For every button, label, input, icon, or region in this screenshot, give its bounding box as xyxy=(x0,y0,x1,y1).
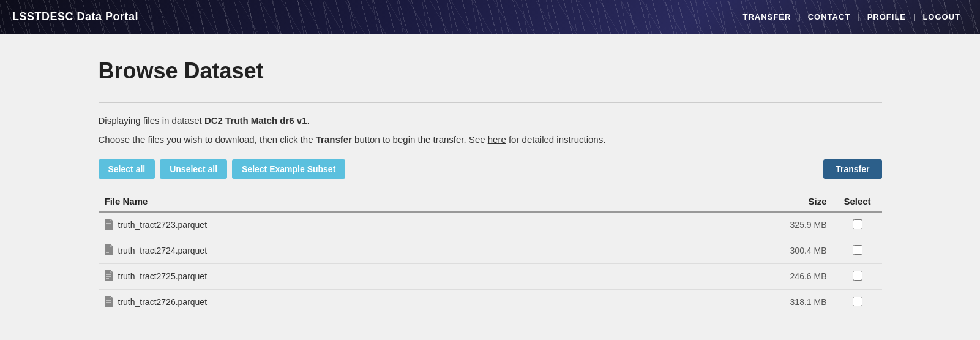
table-body: truth_tract2723.parquet 325.9 MB truth_t… xyxy=(99,212,882,315)
col-header-select: Select xyxy=(833,191,882,212)
left-buttons: Select all Unselect all Select Example S… xyxy=(99,159,346,179)
svg-rect-10 xyxy=(106,302,111,303)
svg-rect-2 xyxy=(106,227,109,227)
file-size: 325.9 MB xyxy=(613,212,833,238)
file-size: 300.4 MB xyxy=(613,238,833,263)
instructions-transfer-word: Transfer xyxy=(316,134,352,145)
file-size: 246.6 MB xyxy=(613,263,833,289)
file-name-cell: truth_tract2723.parquet xyxy=(99,212,613,238)
file-size: 318.1 MB xyxy=(613,289,833,315)
svg-rect-6 xyxy=(106,274,111,275)
file-name: truth_tract2726.parquet xyxy=(118,297,208,307)
file-name-cell: truth_tract2726.parquet xyxy=(99,289,613,315)
nav-sep-1: | xyxy=(798,12,800,21)
page-title: Browse Dataset xyxy=(99,58,882,84)
table-row: truth_tract2725.parquet 246.6 MB xyxy=(99,263,882,289)
buttons-row: Select all Unselect all Select Example S… xyxy=(99,159,882,179)
svg-rect-3 xyxy=(106,249,111,249)
file-select-cell xyxy=(833,289,882,315)
file-name-cell: truth_tract2724.parquet xyxy=(99,238,613,263)
nav-contact[interactable]: CONTACT xyxy=(801,12,858,21)
table-header: File Name Size Select xyxy=(99,191,882,212)
svg-rect-5 xyxy=(106,252,109,253)
table-header-row: File Name Size Select xyxy=(99,191,882,212)
instructions-suffix: for detailed instructions. xyxy=(506,134,606,145)
nav-profile[interactable]: PROFILE xyxy=(860,12,913,21)
site-title: LSSTDESC Data Portal xyxy=(12,10,138,23)
svg-rect-0 xyxy=(106,223,111,224)
instructions-link[interactable]: here xyxy=(488,134,506,145)
select-all-button[interactable]: Select all xyxy=(99,159,155,179)
file-checkbox[interactable] xyxy=(853,297,862,306)
instructions: Choose the files you wish to download, t… xyxy=(99,133,882,147)
main-content: Browse Dataset Displaying files in datas… xyxy=(62,34,919,340)
col-header-filename: File Name xyxy=(99,191,613,212)
file-checkbox[interactable] xyxy=(853,219,862,229)
file-icon xyxy=(105,270,113,283)
instructions-prefix: Choose the files you wish to download, t… xyxy=(99,134,316,145)
svg-rect-11 xyxy=(106,304,109,304)
file-icon xyxy=(105,219,113,232)
transfer-button[interactable]: Transfer xyxy=(823,159,881,179)
svg-rect-9 xyxy=(106,300,111,301)
col-header-size: Size xyxy=(613,191,833,212)
divider xyxy=(99,102,882,103)
file-icon xyxy=(105,296,113,309)
svg-rect-4 xyxy=(106,251,111,251)
svg-rect-7 xyxy=(106,276,111,277)
instructions-middle: button to begin the transfer. See xyxy=(352,134,488,145)
unselect-all-button[interactable]: Unselect all xyxy=(160,159,227,179)
file-checkbox[interactable] xyxy=(853,271,862,281)
file-select-cell xyxy=(833,263,882,289)
file-table: File Name Size Select truth_tract2723.pa… xyxy=(99,191,882,315)
file-name-cell: truth_tract2725.parquet xyxy=(99,263,613,289)
table-row: truth_tract2723.parquet 325.9 MB xyxy=(99,212,882,238)
file-name: truth_tract2724.parquet xyxy=(118,246,208,255)
dataset-info-prefix: Displaying files in dataset xyxy=(99,115,204,126)
nav-logout[interactable]: LOGOUT xyxy=(915,12,968,21)
file-checkbox[interactable] xyxy=(853,245,862,255)
nav-sep-2: | xyxy=(858,12,859,21)
table-row: truth_tract2724.parquet 300.4 MB xyxy=(99,238,882,263)
nav-sep-3: | xyxy=(913,12,915,21)
svg-rect-8 xyxy=(106,278,109,279)
dataset-info-suffix: . xyxy=(307,115,309,126)
table-row: truth_tract2726.parquet 318.1 MB xyxy=(99,289,882,315)
file-select-cell xyxy=(833,238,882,263)
file-select-cell xyxy=(833,212,882,238)
select-example-button[interactable]: Select Example Subset xyxy=(232,159,345,179)
nav-transfer[interactable]: TRANSFER xyxy=(736,12,799,21)
dataset-info: Displaying files in dataset DC2 Truth Ma… xyxy=(99,115,882,126)
file-icon xyxy=(105,244,113,257)
file-name: truth_tract2725.parquet xyxy=(118,271,208,281)
dataset-name: DC2 Truth Match dr6 v1 xyxy=(204,115,307,126)
nav-links: TRANSFER | CONTACT | PROFILE | LOGOUT xyxy=(736,12,968,21)
file-name: truth_tract2723.parquet xyxy=(118,220,208,230)
svg-rect-1 xyxy=(106,225,111,225)
site-header: LSSTDESC Data Portal TRANSFER | CONTACT … xyxy=(0,0,980,34)
